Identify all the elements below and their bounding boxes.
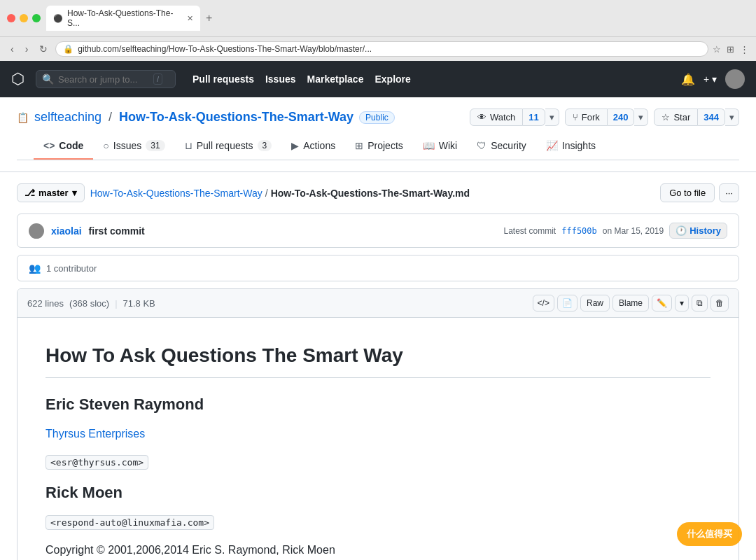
tab-favicon: ⚫ [53,14,63,23]
file-viewer-actions: </> 📄 Raw Blame ✏️ ▾ ⧉ 🗑 [533,295,729,312]
address-bar[interactable]: 🔒 github.com/selfteaching/How-To-Ask-Que… [55,41,708,57]
search-icon: 🔍 [42,74,54,85]
star-dropdown-button[interactable]: ▾ [725,108,739,126]
actions-icon: ▶ [291,140,299,151]
tab-close-button[interactable]: ✕ [187,14,193,23]
repo-owner-link[interactable]: selfteaching [34,110,102,125]
new-tab-button[interactable]: + [203,12,215,24]
file-sloc: (368 sloc) [69,298,109,309]
commit-hash-link[interactable]: fff500b [561,226,597,236]
tab-projects[interactable]: ⊞ Projects [345,133,413,160]
issues-badge: 31 [146,140,164,151]
tab-security[interactable]: 🛡 Security [467,133,536,160]
file-nav-bar: ⎇ master ▾ How-To-Ask-Questions-The-Smar… [17,183,739,202]
breadcrumb: How-To-Ask-Questions-The-Smart-Way / How… [90,188,470,199]
commit-author-link[interactable]: xiaolai [51,225,82,237]
contributors-bar: 👥 1 contributor [17,255,739,281]
history-button[interactable]: 🕐 History [669,223,727,239]
tab-code[interactable]: <> Code [34,133,93,160]
browser-chrome: ⚫ How-To-Ask-Questions-The-S... ✕ + [0,0,756,37]
watch-dropdown-button[interactable]: ▾ [545,108,559,126]
close-dot[interactable] [7,14,15,22]
breadcrumb-separator: / [265,188,268,199]
bookmark-icon[interactable]: ☆ [713,44,721,55]
tab-actions[interactable]: ▶ Actions [281,133,345,160]
lock-icon: 🔒 [63,44,74,54]
minimize-dot[interactable] [20,14,28,22]
github-logo[interactable]: ⬡ [11,70,24,88]
watch-count[interactable]: 11 [523,108,545,126]
breadcrumb-repo-link[interactable]: How-To-Ask-Questions-The-Smart-Way [90,188,262,199]
watch-button[interactable]: 👁 Watch [470,108,523,126]
branch-selector[interactable]: ⎇ master ▾ [17,183,85,202]
avatar[interactable] [725,69,745,89]
tab-insights[interactable]: 📈 Insights [536,133,606,160]
repo-name-link[interactable]: How-To-Ask-Questions-The-Smart-Way [119,110,354,125]
tab-issues[interactable]: ○ Issues 31 [93,133,174,160]
commit-info-bar: xiaolai first commit Latest commit fff50… [17,214,739,248]
author2-email: <respond-auto@linuxmafia.com> [46,515,214,530]
back-button[interactable]: ‹ [7,42,18,56]
pr-badge: 3 [258,140,272,151]
repo-separator: / [108,110,112,125]
fork-button[interactable]: ⑂ Fork [565,108,608,126]
blame-button[interactable]: Blame [612,295,649,312]
file-meta-separator: | [115,298,117,309]
commit-author-avatar[interactable] [29,223,44,239]
maximize-dot[interactable] [32,14,41,22]
file-nav-actions: Go to file ··· [660,183,739,202]
markdown-author1: Eric Steven Raymond [46,392,710,416]
browser-tab[interactable]: ⚫ How-To-Ask-Questions-The-S... ✕ [46,6,200,31]
edit-button[interactable]: ✏️ [652,295,672,312]
tab-insights-label: Insights [562,140,596,151]
nav-explore[interactable]: Explore [374,74,410,85]
tab-wiki[interactable]: 📖 Wiki [413,133,467,160]
nav-pull-requests[interactable]: Pull requests [192,74,254,85]
star-button-group: ☆ Star 344 ▾ [654,108,739,126]
eye-icon: 👁 [477,112,486,122]
repo-tabs: <> Code ○ Issues 31 ⊔ Pull requests 3 ▶ … [17,133,739,160]
search-shortcut: / [153,74,162,85]
code-icon: <> [43,140,55,151]
copy-button[interactable]: ⧉ [692,295,708,312]
pr-icon: ⊔ [185,140,192,151]
menu-icon[interactable]: ⋮ [740,44,749,55]
star-count[interactable]: 344 [698,108,725,126]
tab-actions-label: Actions [303,140,335,151]
refresh-button[interactable]: ↻ [36,42,51,56]
more-options-button[interactable]: ··· [719,183,739,202]
edit-dropdown-button[interactable]: ▾ [675,295,689,312]
fork-dropdown-button[interactable]: ▾ [634,108,648,126]
go-to-file-button[interactable]: Go to file [660,183,715,202]
watermark: 什么值得买 [677,522,742,546]
main-nav: Pull requests Issues Marketplace Explore [192,74,411,85]
nav-issues[interactable]: Issues [265,74,296,85]
github-header: ⬡ 🔍 / Pull requests Issues Marketplace E… [0,61,756,97]
insights-icon: 📈 [546,140,558,151]
browser-dots [7,14,41,22]
code-view-button[interactable]: </> [533,295,554,312]
file-section: ⎇ master ▾ How-To-Ask-Questions-The-Smar… [0,172,756,560]
svg-point-0 [33,225,40,232]
contributors-icon: 👥 [29,262,41,274]
author1-link[interactable]: Thyrsus Enterprises [46,428,145,440]
security-icon: 🛡 [477,140,486,151]
copy-raw-button[interactable]: 📄 [557,295,578,312]
markdown-content: How To Ask Questions The Smart Way Eric … [18,318,738,560]
delete-button[interactable]: 🗑 [710,295,729,312]
search-bar[interactable]: 🔍 / [36,70,176,88]
search-input[interactable] [58,74,149,85]
notifications-bell-icon[interactable]: 🔔 [681,73,695,86]
wiki-icon: 📖 [423,140,435,151]
star-icon: ☆ [662,112,670,122]
forward-button[interactable]: › [22,42,32,56]
tab-projects-label: Projects [368,140,403,151]
tab-wiki-label: Wiki [439,140,457,151]
extensions-icon[interactable]: ⊞ [727,44,734,55]
fork-count[interactable]: 240 [608,108,635,126]
raw-button[interactable]: Raw [580,295,610,312]
create-new-button[interactable]: + ▾ [704,74,717,85]
nav-marketplace[interactable]: Marketplace [307,74,364,85]
tab-pull-requests[interactable]: ⊔ Pull requests 3 [175,133,282,160]
star-button[interactable]: ☆ Star [654,108,698,126]
